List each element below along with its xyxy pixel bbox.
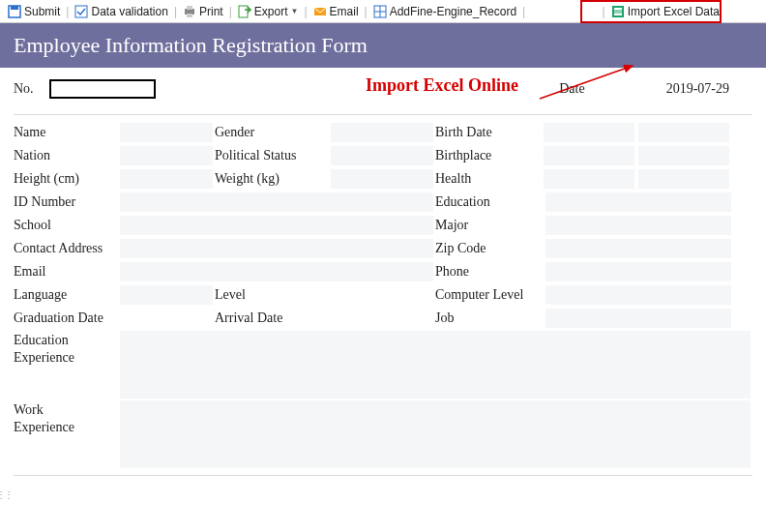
separator: |: [520, 5, 527, 18]
print-label: Print: [199, 5, 223, 18]
email-input[interactable]: [120, 262, 433, 281]
major-input[interactable]: [545, 216, 731, 235]
form-row: Language Level Computer Level: [14, 283, 752, 307]
import-label: Import Excel Data: [628, 5, 720, 18]
divider: [14, 114, 752, 115]
email-button[interactable]: Email: [309, 5, 363, 18]
height-input[interactable]: [120, 169, 213, 189]
work-experience-input[interactable]: [120, 400, 751, 468]
annotation-text: Import Excel Online: [366, 75, 518, 96]
education-experience-label: Education Experience: [14, 330, 118, 369]
name-input[interactable]: [120, 123, 213, 142]
education-input[interactable]: [545, 192, 731, 212]
email-icon: [313, 5, 327, 18]
form-row: Name Gender Birth Date: [14, 121, 752, 144]
print-button[interactable]: Print: [179, 5, 227, 18]
svg-rect-12: [614, 8, 622, 15]
birthplace-label: Birthplace: [435, 146, 542, 165]
svg-rect-6: [239, 6, 248, 17]
photo-cell[interactable]: [638, 169, 729, 189]
divider: [14, 475, 752, 476]
separator: |: [227, 5, 234, 18]
svg-rect-4: [187, 6, 192, 10]
form-row: ID Number Education: [14, 191, 752, 214]
separator: |: [64, 5, 71, 18]
form-content: Import Excel Online No. Date 2019-07-29 …: [0, 68, 766, 476]
weight-label: Weight (kg): [215, 169, 329, 189]
computer-level-label: Computer Level: [435, 285, 544, 305]
photo-cell[interactable]: [638, 146, 729, 165]
height-label: Height (cm): [14, 169, 118, 189]
separator: |: [601, 5, 607, 18]
grid-icon: [373, 5, 387, 18]
no-input[interactable]: [49, 79, 156, 99]
data-validation-label: Data validation: [91, 5, 167, 18]
form-title: Employee Information Registration Form: [0, 23, 766, 68]
form-row: Graduation Date Arrival Date Job: [14, 307, 752, 330]
contact-address-input[interactable]: [120, 239, 433, 258]
major-label: Major: [435, 216, 544, 235]
data-validation-button[interactable]: Data validation: [71, 5, 171, 18]
phone-input[interactable]: [545, 262, 731, 281]
add-record-button[interactable]: AddFine-Engine_Record: [369, 5, 520, 18]
health-label: Health: [435, 169, 542, 189]
submit-button[interactable]: Submit: [4, 5, 64, 18]
form-row: Contact Address Zip Code: [14, 237, 752, 260]
date-value: 2019-07-29: [666, 79, 733, 99]
toolbar: Submit | Data validation | Print | Expor…: [0, 0, 766, 23]
form-row: Work Experience: [14, 399, 752, 469]
export-label: Export: [254, 5, 288, 18]
separator: |: [363, 5, 369, 18]
birth-date-label: Birth Date: [435, 123, 542, 142]
school-input[interactable]: [120, 216, 433, 235]
education-experience-input[interactable]: [120, 331, 751, 399]
import-excel-button[interactable]: Import Excel Data: [607, 5, 723, 18]
gender-label: Gender: [215, 123, 329, 142]
language-input[interactable]: [120, 285, 213, 305]
level-label: Level: [215, 285, 261, 305]
arrival-date-input[interactable]: [331, 309, 433, 328]
zip-code-label: Zip Code: [435, 239, 544, 258]
svg-rect-1: [11, 6, 18, 10]
education-label: Education: [435, 192, 544, 212]
birth-date-input[interactable]: [544, 123, 634, 142]
email-label: Email: [330, 5, 359, 18]
no-label: No.: [14, 79, 38, 99]
political-status-label: Political Status: [215, 146, 329, 165]
political-status-input[interactable]: [331, 146, 433, 165]
arrival-date-label: Arrival Date: [215, 309, 329, 328]
weight-input[interactable]: [331, 169, 433, 189]
form-row: Education Experience: [14, 330, 752, 399]
submit-label: Submit: [24, 5, 60, 18]
name-label: Name: [14, 123, 118, 142]
contact-address-label: Contact Address: [14, 239, 118, 258]
drag-handle-icon[interactable]: ⋮⋮: [0, 489, 12, 500]
export-button[interactable]: Export ▼: [234, 5, 303, 18]
birthplace-input[interactable]: [544, 146, 634, 165]
photo-cell[interactable]: [638, 123, 729, 142]
zip-code-input[interactable]: [545, 239, 731, 258]
level-input[interactable]: [263, 285, 433, 305]
graduation-date-input[interactable]: [120, 309, 213, 328]
phone-label: Phone: [435, 262, 544, 281]
work-experience-label: Work Experience: [14, 399, 118, 438]
id-number-input[interactable]: [120, 192, 433, 212]
gender-input[interactable]: [331, 123, 433, 142]
date-label: Date: [559, 79, 588, 99]
excel-icon: [611, 5, 625, 18]
health-input[interactable]: [544, 169, 634, 189]
add-record-label: AddFine-Engine_Record: [390, 5, 516, 18]
svg-rect-2: [75, 6, 87, 17]
id-number-label: ID Number: [14, 192, 118, 212]
computer-level-input[interactable]: [545, 285, 731, 305]
svg-rect-5: [187, 14, 192, 17]
job-input[interactable]: [545, 309, 731, 328]
separator: |: [302, 5, 309, 18]
dropdown-icon: ▼: [291, 7, 299, 15]
nation-input[interactable]: [120, 146, 213, 165]
export-icon: [238, 5, 251, 18]
save-icon: [8, 5, 21, 18]
nation-label: Nation: [14, 146, 118, 165]
form-row: Nation Political Status Birthplace: [14, 144, 752, 167]
language-label: Language: [14, 285, 118, 305]
